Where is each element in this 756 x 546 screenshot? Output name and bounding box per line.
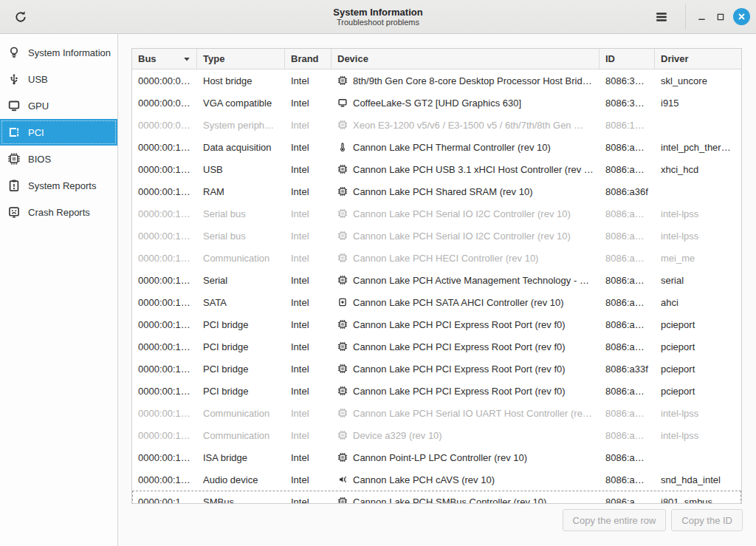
device-name: Cannon Lake PCH Serial IO I2C Controller… <box>353 208 571 219</box>
table-row[interactable]: 0000:00:1d.0PCI bridgeIntelCannon Lake P… <box>132 380 741 402</box>
table-row[interactable]: 0000:00:14.0USBIntelCannon Lake PCH USB … <box>132 158 741 180</box>
cell-brand: Intel <box>285 496 331 504</box>
cell-id: 8086:a33f <box>599 364 655 375</box>
cell-device: CoffeeLake-S GT2 [UHD Graphics 630] <box>331 98 599 109</box>
device-name: Cannon Lake PCH PCI Express Root Port (r… <box>353 364 566 375</box>
cell-driver: ahci <box>655 297 741 308</box>
chip-icon <box>337 120 348 130</box>
sidebar-item-label: System Information <box>28 47 111 58</box>
column-header-device[interactable]: Device <box>331 49 599 69</box>
table-row[interactable]: 0000:00:00.0Host bridgeIntel8th/9th Gen … <box>132 69 741 92</box>
chip-icon <box>337 430 348 440</box>
cell-bus: 0000:00:00.0 <box>132 75 197 86</box>
device-name: Cannon Lake PCH Shared SRAM (rev 10) <box>353 186 533 197</box>
copy-id-button[interactable]: Copy the ID <box>671 509 743 531</box>
cell-bus: 0000:00:1e.0 <box>132 408 197 419</box>
refresh-button[interactable] <box>9 6 32 28</box>
cell-device: Cannon Lake PCH PCI Express Root Port (r… <box>331 386 599 397</box>
table-row[interactable]: 0000:00:1f.0ISA bridgeIntelCannon Point-… <box>132 446 741 468</box>
bulb-icon <box>7 46 21 59</box>
table-row[interactable]: 0000:00:1f.3Audio deviceIntelCannon Lake… <box>132 468 741 491</box>
main-panel: BusTypeBrandDeviceIDDriver 0000:00:00.0H… <box>118 34 756 546</box>
cell-type: Communication <box>197 253 285 264</box>
cell-driver: i801_smbus <box>655 496 741 504</box>
table-row[interactable]: 0000:00:14.2RAMIntelCannon Lake PCH Shar… <box>132 180 741 202</box>
table-row[interactable]: 0000:00:1e.0CommunicationIntelCannon Lak… <box>132 402 741 424</box>
sidebar-item-pci[interactable]: PCI <box>0 119 117 146</box>
column-header-id[interactable]: ID <box>599 49 655 69</box>
cell-id: 8086:a36f <box>599 186 655 197</box>
cell-brand: Intel <box>285 142 331 153</box>
cell-id: 8086:a330 <box>599 386 655 397</box>
cell-device: Cannon Point-LP LPC Controller (rev 10) <box>331 452 599 463</box>
cell-driver: snd_hda_intel <box>655 474 741 485</box>
cell-brand: Intel <box>285 430 331 441</box>
table-row[interactable]: 0000:00:1c.0PCI bridgeIntelCannon Lake P… <box>132 313 741 335</box>
crash-icon <box>7 205 21 219</box>
column-header-brand[interactable]: Brand <box>285 49 331 69</box>
cell-device: Cannon Lake PCH PCI Express Root Port (r… <box>331 341 599 352</box>
chip-icon <box>337 386 348 396</box>
table-row[interactable]: 0000:00:1c.7PCI bridgeIntelCannon Lake P… <box>132 358 741 380</box>
cell-id: 8086:a328 <box>599 408 655 419</box>
cell-driver: intel-lpss <box>655 208 741 219</box>
column-header-driver[interactable]: Driver <box>655 49 741 69</box>
sidebar-item-system-information[interactable]: System Information <box>0 39 117 66</box>
thermometer-icon <box>337 142 348 152</box>
table-row[interactable]: 0000:00:17.0SATAIntelCannon Lake PCH SAT… <box>132 291 741 313</box>
minimize-button[interactable] <box>692 7 711 27</box>
cell-device: Cannon Lake PCH Serial IO UART Host Cont… <box>331 408 599 419</box>
sidebar-item-system-reports[interactable]: System Reports <box>0 172 117 199</box>
cell-driver: intel-lpss <box>655 430 741 441</box>
audio-icon <box>337 474 348 485</box>
device-name: Cannon Lake PCH SMBus Controller (rev 10… <box>353 496 546 504</box>
close-x-icon <box>736 11 747 22</box>
device-name: Cannon Lake PCH PCI Express Root Port (r… <box>353 386 566 397</box>
hamburger-icon <box>655 10 668 24</box>
maximize-button[interactable] <box>711 7 730 27</box>
cell-brand: Intel <box>285 474 331 485</box>
column-header-bus[interactable]: Bus <box>132 49 197 69</box>
cell-type: VGA compatible <box>197 98 285 109</box>
titlebar-separator <box>685 4 686 30</box>
cell-type: Audio device <box>197 474 285 485</box>
cell-bus: 0000:00:1c.0 <box>132 319 197 330</box>
cell-bus: 0000:00:1c.7 <box>132 364 197 375</box>
table-row[interactable]: 0000:00:16.3SerialIntelCannon Lake PCH A… <box>132 269 741 291</box>
cell-bus: 0000:00:1c.5 <box>132 341 197 352</box>
cell-id: 8086:a368 <box>599 208 655 219</box>
sidebar-nav: System InformationUSBGPUPCIBIOSSystem Re… <box>0 34 118 546</box>
table-row[interactable]: 0000:00:1e.1CommunicationIntelDevice a32… <box>132 424 741 446</box>
close-button[interactable] <box>733 8 750 25</box>
table-row[interactable]: 0000:00:08.0System peripheralIntelXeon E… <box>132 114 741 136</box>
table-body[interactable]: 0000:00:00.0Host bridgeIntel8th/9th Gen … <box>132 69 741 503</box>
device-name: Cannon Lake PCH HECI Controller (rev 10) <box>353 253 538 264</box>
display-icon <box>7 99 21 112</box>
cell-type: PCI bridge <box>197 386 285 397</box>
sidebar-item-usb[interactable]: USB <box>0 66 117 92</box>
column-header-type[interactable]: Type <box>197 49 285 69</box>
device-name: CoffeeLake-S GT2 [UHD Graphics 630] <box>353 98 521 109</box>
sidebar-item-gpu[interactable]: GPU <box>0 92 117 119</box>
table-row[interactable]: 0000:00:15.0Serial busIntelCannon Lake P… <box>132 202 741 225</box>
sidebar-item-label: System Reports <box>28 180 96 191</box>
table-row[interactable]: 0000:00:02.0VGA compatibleIntelCoffeeLak… <box>132 92 741 114</box>
cell-id: 8086:a309 <box>599 452 655 463</box>
chip-icon <box>337 275 348 285</box>
cell-id: 8086:a36d <box>599 164 655 175</box>
sidebar-item-label: PCI <box>28 127 44 138</box>
sort-desc-icon <box>183 55 190 63</box>
sidebar-item-bios[interactable]: BIOS <box>0 146 117 172</box>
table-row[interactable]: 0000:00:12.0Data acquisitionIntelCannon … <box>132 136 741 158</box>
menu-button[interactable] <box>650 6 673 28</box>
sidebar-item-crash-reports[interactable]: Crash Reports <box>0 199 117 225</box>
table-row[interactable]: 0000:00:15.1Serial busIntelCannon Lake P… <box>132 225 741 247</box>
copy-row-button[interactable]: Copy the entire row <box>563 509 667 531</box>
table-row[interactable]: 0000:00:1c.5PCI bridgeIntelCannon Lake P… <box>132 335 741 358</box>
cell-driver: serial <box>655 275 741 286</box>
table-row[interactable]: 0000:00:1f.4SMBusIntelCannon Lake PCH SM… <box>132 491 741 503</box>
table-row[interactable]: 0000:00:16.0CommunicationIntelCannon Lak… <box>132 247 741 269</box>
cell-type: Serial <box>197 275 285 286</box>
refresh-icon <box>14 10 27 24</box>
cell-type: PCI bridge <box>197 319 285 330</box>
